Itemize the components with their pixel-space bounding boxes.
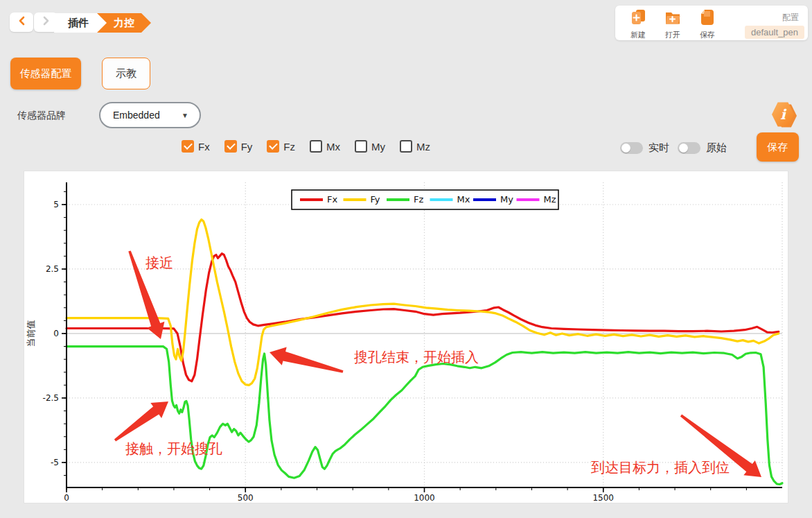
channel-checkbox-fx[interactable]: Fx xyxy=(182,140,210,153)
open-file-icon xyxy=(664,8,682,30)
force-chart-panel: 52.50-2.5-5050010001500当前值FxFyFzMxMyMz接近… xyxy=(24,171,788,503)
forward-button[interactable] xyxy=(34,12,58,32)
legend-label-mz: Mz xyxy=(544,194,556,205)
channel-checkbox-group: FxFyFzMxMyMz xyxy=(182,140,430,153)
checkbox-checked-icon xyxy=(224,140,237,153)
chevron-left-icon xyxy=(18,16,26,28)
y-tick-label: 0 xyxy=(53,329,59,338)
annotation-arrow-2 xyxy=(114,402,168,442)
x-tick-label: 0 xyxy=(64,493,69,503)
channel-label: Fx xyxy=(198,141,210,153)
info-button[interactable]: i xyxy=(772,101,797,129)
checkbox-unchecked-icon xyxy=(310,140,322,153)
sensor-brand-value: Embedded xyxy=(113,110,182,121)
toggle-label: 实时 xyxy=(648,141,669,155)
new-file-button[interactable]: 新建 xyxy=(624,8,653,40)
toggle-realtime[interactable]: 实时 xyxy=(620,141,669,155)
save-file-button[interactable]: 保存 xyxy=(693,8,722,40)
save-file-icon xyxy=(698,8,716,30)
config-value-badge: default_pen xyxy=(745,26,804,39)
toggle-raw[interactable]: 原始 xyxy=(678,141,727,155)
x-tick-label: 1000 xyxy=(414,493,435,503)
save-file-label: 保存 xyxy=(700,30,715,40)
toggle-track xyxy=(620,142,643,154)
open-file-button[interactable]: 打开 xyxy=(658,8,687,40)
y-tick-label: -2.5 xyxy=(43,393,59,403)
force-chart-canvas: 52.50-2.5-5050010001500当前值FxFyFzMxMyMz接近… xyxy=(24,171,789,504)
breadcrumb-item-plugin[interactable]: 插件 xyxy=(54,13,107,33)
toggle-knob xyxy=(621,144,630,153)
checkbox-unchecked-icon xyxy=(400,140,412,153)
new-file-label: 新建 xyxy=(630,30,646,40)
tab-label: 示教 xyxy=(116,67,136,80)
toggle-knob xyxy=(679,144,688,153)
tab-label: 传感器配置 xyxy=(20,67,72,80)
channel-checkbox-fy[interactable]: Fy xyxy=(224,140,253,153)
checkbox-unchecked-icon xyxy=(355,140,367,153)
channel-label: Fy xyxy=(241,141,253,153)
file-toolbar-items: 新建打开保存 xyxy=(624,8,722,40)
x-tick-label: 500 xyxy=(238,493,254,503)
toggle-track xyxy=(678,142,700,154)
chevron-right-icon xyxy=(42,16,50,28)
tab-sensor-config[interactable]: 传感器配置 xyxy=(10,58,81,89)
legend-label-fx: Fx xyxy=(327,194,337,205)
channel-label: Mx xyxy=(326,141,340,153)
chevron-down-icon: ▼ xyxy=(182,112,188,119)
sensor-brand-select[interactable]: Embedded ▼ xyxy=(99,102,201,128)
breadcrumb-label: 插件 xyxy=(68,17,89,30)
annotation-text-3: 到达目标力，插入到位 xyxy=(591,459,730,476)
display-switch-group: 实时原始 xyxy=(620,141,727,155)
channel-checkbox-fz[interactable]: Fz xyxy=(267,140,295,153)
channel-checkbox-mz[interactable]: Mz xyxy=(400,140,430,153)
toggle-label: 原始 xyxy=(706,141,727,155)
legend-label-my: My xyxy=(500,194,513,205)
new-file-icon xyxy=(629,8,647,30)
annotation-text-0: 接近 xyxy=(145,254,173,271)
channel-checkbox-mx[interactable]: Mx xyxy=(310,140,340,153)
y-tick-label: 5 xyxy=(53,200,59,209)
sensor-brand-label: 传感器品牌 xyxy=(17,110,66,122)
breadcrumb-label: 力控 xyxy=(114,17,134,30)
history-nav xyxy=(10,12,58,32)
channel-label: Mz xyxy=(416,141,430,153)
checkbox-checked-icon xyxy=(182,140,194,153)
annotation-text-1: 搜孔结束，开始插入 xyxy=(354,349,479,365)
legend-label-fz: Fz xyxy=(414,194,423,205)
y-tick-label: -5 xyxy=(51,458,59,467)
config-label: 配置 xyxy=(782,12,799,24)
x-tick-label: 1500 xyxy=(592,493,614,503)
legend-label-fy: Fy xyxy=(371,194,380,205)
y-axis-title: 当前值 xyxy=(26,320,36,347)
channel-label: Fz xyxy=(283,141,295,153)
channel-label: My xyxy=(371,141,385,153)
tab-teach[interactable]: 示教 xyxy=(102,58,150,89)
save-button[interactable]: 保存 xyxy=(757,132,799,162)
annotation-arrow-1 xyxy=(270,347,344,373)
y-tick-label: 2.5 xyxy=(46,264,59,274)
file-toolbar: 新建打开保存 配置 default_pen xyxy=(615,6,808,40)
legend-label-mx: Mx xyxy=(457,194,470,205)
save-button-label: 保存 xyxy=(768,141,788,154)
channel-checkbox-my[interactable]: My xyxy=(355,140,385,153)
checkbox-checked-icon xyxy=(267,140,279,153)
open-file-label: 打开 xyxy=(665,30,680,40)
annotation-text-2: 接触，开始搜孔 xyxy=(125,440,222,457)
back-button[interactable] xyxy=(10,12,33,32)
